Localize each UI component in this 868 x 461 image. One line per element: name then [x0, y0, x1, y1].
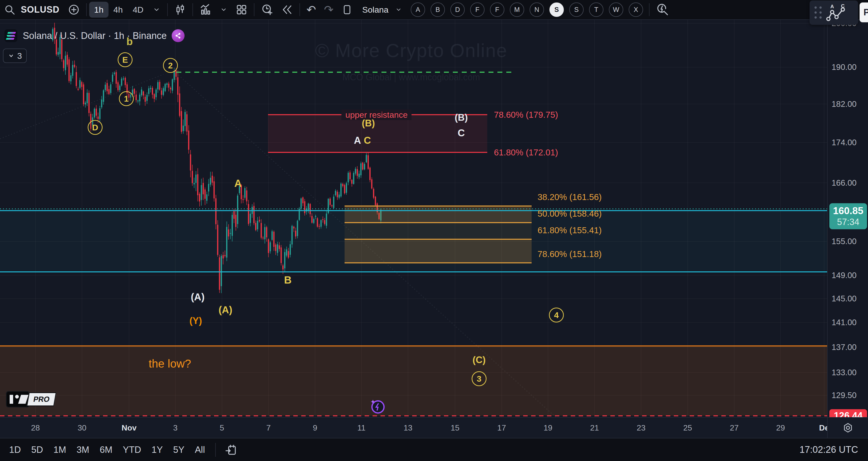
range-button-ytd[interactable]: YTD — [118, 438, 146, 461]
toolbar-separator — [649, 3, 650, 16]
interval-button-4d[interactable]: 4D — [128, 2, 148, 18]
bottom-toolbar: 1D5D1M3M6MYTD1Y5YAll 17:02:26 UTC — [0, 438, 868, 461]
wave-label-a[interactable]: (A) — [191, 291, 205, 302]
toolbar-separator — [86, 3, 87, 16]
compare-add-icon[interactable] — [64, 0, 84, 20]
watchlist-chevron-icon[interactable] — [391, 0, 406, 20]
share-icon[interactable] — [172, 29, 185, 42]
pro-badge: PRO — [27, 392, 57, 406]
the-low-label: the low? — [149, 357, 191, 370]
time-axis[interactable]: 2830Nov357911131517192123252729De — [0, 417, 827, 438]
floating-toolbar[interactable]: A C — [810, 0, 858, 25]
price-tick: 190.00 — [832, 62, 857, 72]
tradingview-app: © More Crypto Online MCO Global | www.mc… — [0, 0, 868, 461]
undo-icon[interactable]: ↶ — [303, 3, 320, 17]
time-tick: 25 — [683, 423, 692, 432]
range-button-1m[interactable]: 1M — [48, 438, 71, 461]
collapse-count: 3 — [17, 51, 22, 61]
long-position-tool-icon[interactable] — [337, 0, 357, 20]
symbol-shortcut-m5[interactable]: M — [510, 2, 524, 17]
chart-style-candles-icon[interactable] — [170, 0, 190, 20]
symbol-shortcut-d2[interactable]: D — [451, 2, 465, 17]
range-button-5y[interactable]: 5Y — [168, 438, 189, 461]
wave-label-a[interactable]: (A) — [218, 305, 232, 316]
interval-chevron-icon[interactable] — [148, 0, 165, 20]
publish-button[interactable]: Pu — [860, 2, 868, 22]
range-button-all[interactable]: All — [189, 438, 210, 461]
chart-title[interactable]: Solana / U.S. Dollar · 1h · Binance — [23, 30, 167, 41]
alert-add-icon[interactable] — [257, 0, 277, 20]
range-button-3m[interactable]: 3M — [71, 438, 94, 461]
symbol-shortcut-f3[interactable]: F — [470, 2, 485, 17]
fib-upper-label: 78.60% (179.75) — [494, 110, 558, 120]
svg-text:A: A — [830, 4, 834, 9]
wave-label-1[interactable]: 1 — [119, 91, 134, 106]
range-button-5d[interactable]: 5D — [26, 438, 48, 461]
toolbar-separator — [254, 3, 254, 16]
range-button-6m[interactable]: 6M — [94, 438, 117, 461]
interval-button-4h[interactable]: 4h — [108, 2, 128, 18]
gear-hexagon-icon[interactable] — [842, 422, 854, 433]
symbol-shortcut-w10[interactable]: W — [609, 2, 623, 17]
wave-label-y[interactable]: (Y) — [189, 316, 202, 326]
event-marker-icon[interactable]: ✦ — [368, 397, 386, 416]
server-clock[interactable]: 17:02:26 UTC — [799, 444, 858, 455]
indicators-icon[interactable] — [195, 0, 216, 20]
symbol-shortcut-x11[interactable]: X — [629, 2, 643, 17]
symbol-shortcut-buttons: ABDFFMNSSTWX — [411, 2, 643, 17]
range-button-1y[interactable]: 1Y — [146, 438, 168, 461]
wave-label-a[interactable]: A — [354, 135, 361, 146]
candlestick-chart[interactable] — [0, 0, 868, 461]
wave-label-e[interactable]: E — [118, 52, 132, 67]
symbol-shortcut-b1[interactable]: B — [431, 2, 445, 17]
go-to-date-icon[interactable] — [221, 440, 241, 460]
range-button-1d[interactable]: 1D — [4, 438, 26, 461]
wave-label-b[interactable]: (B) — [455, 112, 468, 123]
wave-label-d[interactable]: D — [88, 120, 102, 135]
elliott-wave-tool-icon[interactable]: A C — [826, 3, 847, 22]
watchlist-dropdown-label[interactable]: Solana — [362, 5, 389, 15]
symbol-shortcut-n6[interactable]: N — [530, 2, 544, 17]
chart-legend[interactable]: Solana / U.S. Dollar · 1h · Binance — [4, 29, 185, 42]
axis-settings-corner[interactable] — [827, 417, 868, 438]
fib-lower-label: 50.00% (158.46) — [537, 209, 602, 219]
time-tick: 7 — [266, 423, 271, 432]
wave-label-c[interactable]: (C) — [473, 355, 486, 365]
quick-search-flash-icon[interactable] — [652, 0, 673, 20]
bar-replay-icon[interactable] — [277, 0, 297, 20]
symbol-shortcut-s8[interactable]: S — [569, 2, 584, 17]
date-range-switcher: 1D5D1M3M6MYTD1Y5YAll — [4, 438, 210, 461]
upper-resistance-label: upper resistance — [341, 109, 411, 120]
wave-label-b[interactable]: (B) — [362, 118, 375, 128]
wave-label-c[interactable]: C — [364, 135, 371, 146]
tradingview-logo[interactable]: PRO — [6, 391, 55, 407]
price-tick: 145.00 — [832, 294, 857, 304]
last-price-tag: 160.8557:34 — [829, 203, 867, 229]
indicator-templates-chevron-icon[interactable] — [216, 0, 231, 20]
time-tick: 23 — [637, 423, 646, 432]
price-axis[interactable]: 200.00190.00182.00174.00166.00155.00149.… — [827, 20, 868, 417]
price-tick: 141.00 — [832, 318, 857, 327]
wave-label-c[interactable]: C — [458, 127, 465, 139]
time-tick: 15 — [451, 423, 460, 432]
symbol-search-icon[interactable] — [0, 0, 19, 20]
price-tick: 166.00 — [832, 178, 857, 188]
interval-button-1h[interactable]: 1h — [89, 2, 108, 18]
wave-label-3[interactable]: 3 — [472, 371, 487, 386]
object-tree-collapse-button[interactable]: 3 — [3, 49, 27, 63]
wave-label-b[interactable]: B — [284, 274, 291, 286]
redo-icon[interactable]: ↷ — [320, 3, 338, 17]
wave-label-2[interactable]: 2 — [163, 58, 178, 73]
drag-handle-icon[interactable] — [814, 6, 822, 19]
symbol-shortcut-a0[interactable]: A — [411, 2, 425, 17]
symbol-name[interactable]: SOLUSD — [21, 4, 59, 15]
symbol-shortcut-t9[interactable]: T — [589, 2, 603, 17]
symbol-shortcut-s7[interactable]: S — [550, 2, 564, 17]
symbol-shortcut-f4[interactable]: F — [490, 2, 504, 17]
wave-label-a[interactable]: A — [234, 177, 242, 189]
layout-grid-icon[interactable] — [231, 0, 251, 20]
fib-lower-label: 61.80% (155.41) — [537, 225, 602, 235]
price-tick: 149.00 — [832, 271, 857, 280]
time-tick: 5 — [220, 423, 224, 432]
wave-label-4[interactable]: 4 — [549, 308, 564, 322]
